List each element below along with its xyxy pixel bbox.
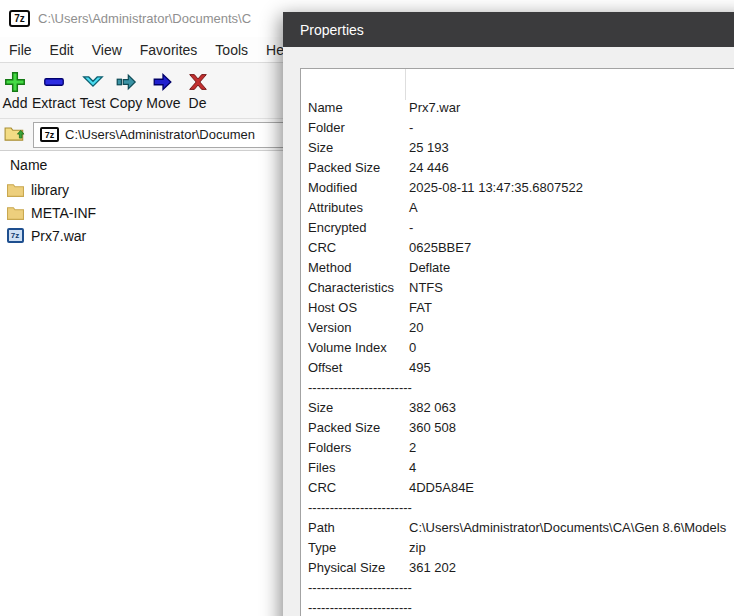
separator-row[interactable]: ------------------------ <box>301 377 734 397</box>
property-row[interactable]: Modified 2025-08-11 13:47:35.6807522 <box>301 177 734 197</box>
property-row[interactable]: Encrypted - <box>301 217 734 237</box>
property-row[interactable]: Path C:\Users\Administrator\Documents\CA… <box>301 517 734 537</box>
property-row[interactable]: Physical Size 361 202 <box>301 557 734 577</box>
file-name: META-INF <box>31 205 96 221</box>
add-label: Add <box>3 95 28 111</box>
property-label: Path <box>301 520 409 535</box>
up-one-level-button[interactable] <box>0 121 30 149</box>
extract-icon <box>41 70 67 94</box>
archive-file-icon: 7z <box>6 228 24 244</box>
property-label: Size <box>301 400 409 415</box>
property-row[interactable]: Attributes A <box>301 197 734 217</box>
property-value: 24 446 <box>409 160 449 175</box>
folder-icon <box>6 205 24 221</box>
property-label: Packed Size <box>301 420 409 435</box>
property-label: Folders <box>301 440 409 455</box>
property-row[interactable]: CRC 4DD5A84E <box>301 477 734 497</box>
test-icon <box>80 70 106 94</box>
property-row[interactable]: Files 4 <box>301 457 734 477</box>
property-row[interactable]: Folders 2 <box>301 437 734 457</box>
7zip-file-type-icon: 7z <box>40 127 59 142</box>
property-label: Packed Size <box>301 160 409 175</box>
property-label: ------------------------ <box>301 580 409 595</box>
property-value: 25 193 <box>409 140 449 155</box>
address-path-text: C:\Users\Administrator\Documen <box>65 127 255 142</box>
property-row[interactable]: Version 20 <box>301 317 734 337</box>
up-folder-icon <box>4 123 26 147</box>
property-value: 361 202 <box>409 560 456 575</box>
property-value: FAT <box>409 300 432 315</box>
delete-icon <box>185 70 211 94</box>
property-row[interactable]: Size 382 063 <box>301 397 734 417</box>
property-value: Deflate <box>409 260 450 275</box>
property-value: 382 063 <box>409 400 456 415</box>
property-value: - <box>409 220 413 235</box>
separator-row[interactable]: ------------------------ <box>301 497 734 517</box>
property-value: - <box>409 120 413 135</box>
property-row[interactable]: CRC 0625BBE7 <box>301 237 734 257</box>
property-row[interactable]: Host OS FAT <box>301 297 734 317</box>
property-label: Physical Size <box>301 560 409 575</box>
separator-row[interactable]: ------------------------ <box>301 577 734 597</box>
property-value: 360 508 <box>409 420 456 435</box>
extract-button[interactable]: Extract <box>30 65 78 117</box>
property-value: 0 <box>409 340 416 355</box>
window-title: C:\Users\Administrator\Documents\C <box>38 11 251 26</box>
property-value: C:\Users\Administrator\Documents\CA\Gen … <box>409 520 726 535</box>
property-label: Attributes <box>301 200 409 215</box>
property-value: 2 <box>409 440 416 455</box>
menu-item-tools[interactable]: Tools <box>206 39 257 61</box>
add-button[interactable]: Add <box>0 65 30 117</box>
property-label: Offset <box>301 360 409 375</box>
menu-item-file[interactable]: File <box>0 39 41 61</box>
add-icon <box>2 70 28 94</box>
property-label: ------------------------ <box>301 380 409 395</box>
property-label: Characteristics <box>301 280 409 295</box>
property-value: NTFS <box>409 280 443 295</box>
property-value: Prx7.war <box>409 100 460 115</box>
property-row[interactable]: Offset 495 <box>301 357 734 377</box>
property-row[interactable]: Method Deflate <box>301 257 734 277</box>
copy-button[interactable]: Copy <box>108 65 145 117</box>
file-name: Prx7.war <box>31 228 86 244</box>
properties-dialog: Properties Name Prx7.war Folder - Size 2… <box>283 12 734 616</box>
property-value: 4DD5A84E <box>409 480 474 495</box>
property-value: zip <box>409 540 426 555</box>
property-label: Version <box>301 320 409 335</box>
menu-item-view[interactable]: View <box>83 39 131 61</box>
property-row[interactable]: Folder - <box>301 117 734 137</box>
property-label: CRC <box>301 480 409 495</box>
delete-label: De <box>189 95 207 111</box>
property-row[interactable]: Size 25 193 <box>301 137 734 157</box>
property-label: Size <box>301 140 409 155</box>
test-button[interactable]: Test <box>78 65 108 117</box>
separator-row[interactable]: ------------------------ <box>301 597 734 616</box>
property-value: 2025-08-11 13:47:35.6807522 <box>409 180 583 195</box>
column-divider <box>405 69 406 100</box>
extract-label: Extract <box>32 95 76 111</box>
property-label: ------------------------ <box>301 500 409 515</box>
property-row[interactable]: Volume Index 0 <box>301 337 734 357</box>
property-row[interactable]: Packed Size 24 446 <box>301 157 734 177</box>
property-label: ------------------------ <box>301 600 409 615</box>
property-row[interactable]: Type zip <box>301 537 734 557</box>
file-name: library <box>31 182 69 198</box>
delete-button[interactable]: De <box>183 65 213 117</box>
property-row[interactable]: Characteristics NTFS <box>301 277 734 297</box>
property-value: 0625BBE7 <box>409 240 471 255</box>
property-value: 20 <box>409 320 423 335</box>
property-label: Method <box>301 260 409 275</box>
menu-item-edit[interactable]: Edit <box>41 39 83 61</box>
menu-item-favorites[interactable]: Favorites <box>131 39 207 61</box>
property-row[interactable]: Packed Size 360 508 <box>301 417 734 437</box>
move-icon <box>150 70 176 94</box>
dialog-titlebar[interactable]: Properties <box>283 12 734 47</box>
folder-icon <box>6 182 24 198</box>
properties-rows: Name Prx7.war Folder - Size 25 193 Packe… <box>301 97 734 616</box>
move-button[interactable]: Move <box>144 65 182 117</box>
property-value: 4 <box>409 460 416 475</box>
property-row[interactable]: Name Prx7.war <box>301 97 734 117</box>
copy-icon <box>113 70 139 94</box>
property-label: Name <box>301 100 409 115</box>
copy-label: Copy <box>110 95 143 111</box>
